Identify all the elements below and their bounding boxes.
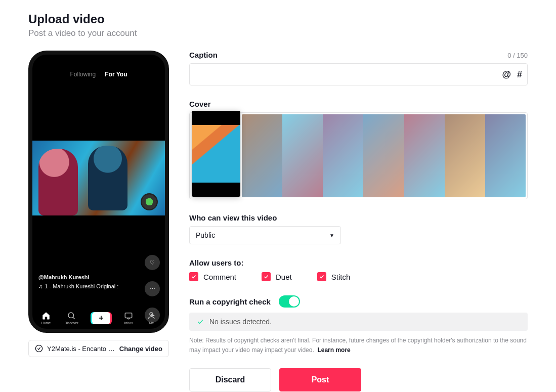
privacy-selected: Public: [196, 231, 215, 239]
allow-label: Allow users to:: [189, 258, 528, 267]
check-icon: [189, 272, 198, 281]
phone-nav-plus: +: [92, 312, 110, 324]
page-title: Upload video: [28, 12, 528, 26]
checkbox-duet[interactable]: Duet: [262, 272, 292, 281]
cover-selector[interactable]: [189, 112, 528, 199]
post-button[interactable]: Post: [279, 368, 361, 391]
file-change-row: Y2Mate.is - Encanto bu... Change video: [28, 340, 169, 357]
caption-label: Caption: [189, 51, 218, 59]
svg-point-3: [150, 313, 153, 316]
copyright-toggle[interactable]: [279, 295, 300, 308]
checkbox-label: Stitch: [331, 273, 351, 281]
learn-more-link[interactable]: Learn more: [317, 346, 350, 354]
phone-preview: Following For You ♡ ⋯ ➤ @Mahrukh Kureshi…: [28, 51, 169, 333]
discard-button[interactable]: Discard: [189, 368, 271, 391]
page-subtitle: Post a video to your account: [28, 28, 528, 38]
phone-nav-me: Me: [147, 311, 156, 325]
svg-point-0: [68, 313, 74, 318]
cover-selected-thumb[interactable]: [192, 111, 240, 197]
privacy-select[interactable]: Public ▼: [189, 226, 341, 244]
checkbox-comment[interactable]: Comment: [189, 272, 236, 281]
preview-username: @Mahrukh Kureshi: [38, 274, 118, 280]
like-icon: ♡: [145, 255, 160, 270]
phone-tab-foryou[interactable]: For You: [105, 71, 127, 78]
svg-rect-2: [125, 313, 132, 318]
change-video-button[interactable]: Change video: [119, 345, 162, 353]
privacy-label: Who can view this video: [189, 213, 528, 222]
cover-strip[interactable]: [242, 114, 526, 197]
hashtag-button[interactable]: #: [517, 69, 522, 80]
phone-nav-inbox: Inbox: [124, 311, 133, 325]
checkbox-label: Duet: [276, 273, 292, 281]
phone-nav-home: Home: [41, 311, 51, 325]
comment-icon: ⋯: [145, 281, 160, 296]
svg-line-1: [73, 317, 75, 319]
checkbox-stitch[interactable]: Stitch: [317, 272, 351, 281]
video-preview-frame: [32, 141, 165, 215]
preview-sound: ♫1 - Mahrukh Kureshi Original :: [38, 283, 118, 289]
phone-nav-discover: Discover: [64, 311, 78, 325]
cover-label: Cover: [189, 100, 528, 108]
copyright-status-bar: No issues detected.: [189, 313, 528, 331]
check-icon: [196, 318, 204, 326]
check-circle-icon: [35, 344, 43, 353]
copyright-label: Run a copyright check: [189, 297, 271, 306]
caption-input[interactable]: [195, 70, 496, 78]
mention-button[interactable]: @: [502, 69, 511, 80]
check-icon: [262, 272, 271, 281]
copyright-status-text: No issues detected.: [209, 318, 272, 326]
caption-counter: 0 / 150: [507, 52, 528, 59]
chevron-down-icon: ▼: [329, 233, 334, 238]
checkbox-label: Comment: [203, 273, 236, 281]
copyright-note: Note: Results of copyright checks aren't…: [189, 336, 528, 355]
svg-point-4: [35, 345, 42, 352]
check-icon: [317, 272, 326, 281]
file-name: Y2Mate.is - Encanto bu...: [47, 345, 115, 353]
phone-tab-following[interactable]: Following: [70, 71, 96, 78]
